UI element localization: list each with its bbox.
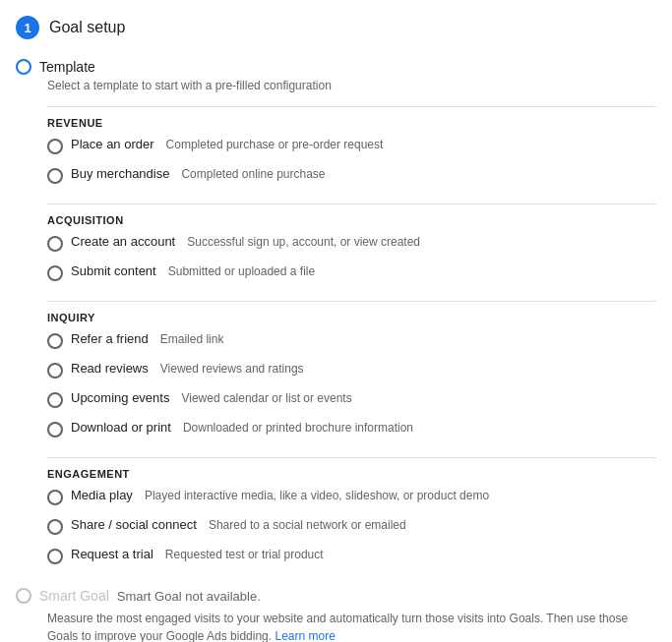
radio-buy-merchandise[interactable]: [47, 168, 63, 184]
option-row-share-social[interactable]: Share / social connectShared to a social…: [47, 511, 656, 541]
option-desc-refer-friend: Emailed link: [160, 332, 224, 346]
label-request-trial[interactable]: Request a trialRequested test or trial p…: [71, 547, 324, 561]
option-text-buy-merchandise: Buy merchandise: [71, 166, 169, 181]
page-title: Goal setup: [49, 19, 125, 36]
category-engagement: ENGAGEMENTMedia playPlayed interactive m…: [39, 457, 656, 570]
radio-upcoming-events[interactable]: [47, 392, 63, 408]
category-inquiry: INQUIRYRefer a friendEmailed linkRead re…: [39, 301, 656, 443]
option-text-request-trial: Request a trial: [71, 547, 153, 561]
option-desc-upcoming-events: Viewed calendar or list or events: [181, 391, 351, 405]
radio-submit-content[interactable]: [47, 265, 63, 281]
category-revenue: REVENUEPlace an orderCompleted purchase …: [39, 106, 656, 190]
radio-media-play[interactable]: [47, 490, 63, 505]
smart-goal-subtext: Measure the most engaged visits to your …: [47, 610, 656, 642]
category-header-inquiry: INQUIRY: [47, 301, 656, 323]
option-text-submit-content: Submit content: [71, 263, 156, 278]
template-description: Select a template to start with a pre-fi…: [47, 79, 656, 92]
step-number: 1: [24, 21, 31, 35]
category-header-revenue: REVENUE: [47, 106, 656, 129]
radio-share-social[interactable]: [47, 519, 63, 535]
smart-goal-desc: Smart Goal not available.: [117, 589, 261, 604]
option-desc-request-trial: Requested test or trial product: [165, 548, 324, 561]
learn-more-link[interactable]: Learn more: [275, 629, 335, 642]
option-text-place-order: Place an order: [71, 137, 154, 151]
template-section: Template Select a template to start with…: [16, 55, 656, 570]
option-row-create-account[interactable]: Create an accountSuccessful sign up, acc…: [47, 228, 656, 258]
radio-place-order[interactable]: [47, 139, 63, 154]
radio-refer-friend[interactable]: [47, 333, 63, 349]
option-row-read-reviews[interactable]: Read reviewsViewed reviews and ratings: [47, 355, 656, 384]
label-share-social[interactable]: Share / social connectShared to a social…: [71, 517, 406, 532]
label-place-order[interactable]: Place an orderCompleted purchase or pre-…: [71, 137, 383, 151]
option-text-refer-friend: Refer a friend: [71, 331, 149, 346]
option-row-upcoming-events[interactable]: Upcoming eventsViewed calendar or list o…: [47, 384, 656, 414]
template-radio[interactable]: [16, 59, 31, 75]
label-refer-friend[interactable]: Refer a friendEmailed link: [71, 331, 223, 346]
label-submit-content[interactable]: Submit contentSubmitted or uploaded a fi…: [71, 263, 315, 278]
option-text-share-social: Share / social connect: [71, 517, 197, 532]
smart-goal-row[interactable]: Smart Goal Smart Goal not available.: [16, 584, 656, 608]
label-media-play[interactable]: Media playPlayed interactive media, like…: [71, 488, 489, 502]
smart-goal-radio[interactable]: [16, 588, 31, 604]
label-create-account[interactable]: Create an accountSuccessful sign up, acc…: [71, 234, 420, 249]
option-row-refer-friend[interactable]: Refer a friendEmailed link: [47, 325, 656, 355]
option-desc-download-print: Downloaded or printed brochure informati…: [183, 421, 413, 435]
radio-download-print[interactable]: [47, 422, 63, 438]
radio-read-reviews[interactable]: [47, 363, 63, 379]
option-row-buy-merchandise[interactable]: Buy merchandiseCompleted online purchase: [47, 160, 656, 190]
step-badge: 1: [16, 16, 39, 39]
radio-request-trial[interactable]: [47, 549, 63, 564]
smart-goal-label: Smart Goal: [39, 588, 109, 604]
option-desc-create-account: Successful sign up, account, or view cre…: [187, 235, 420, 249]
option-text-upcoming-events: Upcoming events: [71, 390, 169, 405]
step-header: 1 Goal setup: [16, 16, 656, 39]
option-desc-buy-merchandise: Completed online purchase: [181, 167, 325, 181]
option-row-request-trial[interactable]: Request a trialRequested test or trial p…: [47, 541, 656, 570]
option-text-read-reviews: Read reviews: [71, 361, 149, 376]
option-desc-place-order: Completed purchase or pre-order request: [166, 138, 384, 151]
category-header-engagement: ENGAGEMENT: [47, 457, 656, 480]
category-header-acquisition: ACQUISITION: [47, 204, 656, 226]
label-upcoming-events[interactable]: Upcoming eventsViewed calendar or list o…: [71, 390, 352, 405]
option-row-media-play[interactable]: Media playPlayed interactive media, like…: [47, 482, 656, 511]
label-buy-merchandise[interactable]: Buy merchandiseCompleted online purchase: [71, 166, 326, 181]
category-acquisition: ACQUISITIONCreate an accountSuccessful s…: [39, 204, 656, 287]
smart-goal-subtext-text: Measure the most engaged visits to your …: [47, 612, 628, 642]
option-desc-read-reviews: Viewed reviews and ratings: [160, 362, 304, 376]
label-read-reviews[interactable]: Read reviewsViewed reviews and ratings: [71, 361, 304, 376]
radio-create-account[interactable]: [47, 236, 63, 252]
template-label[interactable]: Template: [39, 59, 95, 75]
option-desc-media-play: Played interactive media, like a video, …: [145, 489, 489, 502]
option-row-download-print[interactable]: Download or printDownloaded or printed b…: [47, 414, 656, 443]
option-desc-submit-content: Submitted or uploaded a file: [168, 264, 315, 278]
template-options-container: REVENUEPlace an orderCompleted purchase …: [39, 106, 656, 570]
label-download-print[interactable]: Download or printDownloaded or printed b…: [71, 420, 413, 435]
option-row-submit-content[interactable]: Submit contentSubmitted or uploaded a fi…: [47, 258, 656, 287]
template-row[interactable]: Template: [16, 55, 656, 79]
option-text-create-account: Create an account: [71, 234, 175, 249]
option-text-media-play: Media play: [71, 488, 133, 502]
option-desc-share-social: Shared to a social network or emailed: [209, 518, 406, 532]
option-row-place-order[interactable]: Place an orderCompleted purchase or pre-…: [47, 131, 656, 160]
option-text-download-print: Download or print: [71, 420, 171, 435]
